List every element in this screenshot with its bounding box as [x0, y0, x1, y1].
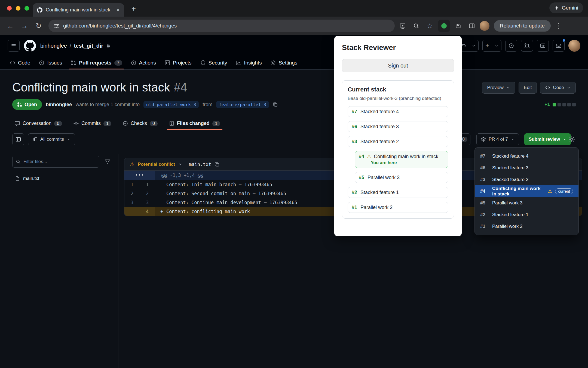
stack-item-2[interactable]: #2 Stacked feature 1 [348, 187, 448, 198]
repo-tab-projects[interactable]: Projects [160, 56, 196, 69]
menu-item-2[interactable]: #2 Stacked feature 1 [475, 209, 578, 220]
code-icon [545, 85, 550, 90]
projects-header-button[interactable] [537, 40, 549, 52]
url-text: github.com/binhonglee/test_git_dir/pull/… [63, 23, 177, 29]
back-button[interactable]: ← [4, 20, 16, 32]
browser-menu-kebab-icon[interactable]: ⋮ [553, 20, 564, 32]
stack-reviewer-panel: Stack Reviewer Sign out Current stack Ba… [334, 36, 462, 236]
repo-tab-insights[interactable]: Insights [231, 56, 266, 69]
menu-item-3[interactable]: #3 Stacked feature 2 [475, 174, 578, 185]
tab-checks[interactable]: Checks 0 [118, 117, 162, 130]
you-are-here-label: You are here [371, 160, 444, 165]
breadcrumb-owner-link[interactable]: binhonglee [40, 43, 67, 49]
forward-button[interactable]: → [19, 20, 30, 32]
pr-header-actions: Preview Edit Code [482, 82, 576, 94]
install-app-icon[interactable] [397, 20, 408, 32]
close-window-button[interactable] [7, 6, 12, 11]
menu-item-4-current[interactable]: #4 Conflicting main work in stack ⚠ curr… [475, 185, 578, 197]
tab-close-icon[interactable]: × [116, 7, 120, 13]
stack-item-7[interactable]: #7 Stacked feature 4 [348, 106, 448, 117]
breadcrumb-repo-link[interactable]: test_git_dir [74, 43, 103, 49]
shield-icon [200, 60, 206, 66]
github-user-avatar[interactable] [568, 40, 580, 52]
copy-branch-icon[interactable] [273, 102, 278, 107]
new-tab-button[interactable]: + [128, 4, 139, 14]
repo-tab-pull-requests[interactable]: Pull requests 7 [66, 56, 126, 69]
extensions-puzzle-icon[interactable] [452, 20, 464, 32]
repo-tab-issues[interactable]: Issues [35, 56, 66, 69]
menu-item-6[interactable]: #6 Stacked feature 3 [475, 162, 578, 174]
gemini-badge[interactable]: Gemini [549, 2, 583, 13]
notifications-inbox-button[interactable] [553, 40, 565, 52]
expand-hunk-button[interactable]: ••• [124, 171, 155, 180]
create-new-button[interactable]: + [482, 40, 501, 52]
side-panel-icon[interactable] [466, 20, 477, 32]
relaunch-to-update-button[interactable]: Relaunch to update [494, 20, 551, 32]
copy-filename-icon[interactable] [215, 162, 219, 167]
collapse-sidebar-button[interactable] [12, 133, 24, 145]
menu-item-label: Conflicting main work in stack [492, 186, 544, 197]
repo-tab-settings[interactable]: Settings [266, 56, 302, 69]
global-nav-menu-button[interactable] [8, 40, 20, 52]
chevron-down-icon[interactable] [178, 162, 182, 166]
diff-settings-gear-button[interactable] [566, 133, 578, 145]
tab-strip: Conflicting main work in stack × + Gemin… [0, 0, 588, 17]
site-info-icon[interactable] [54, 23, 59, 29]
conflict-label[interactable]: Potential conflict [138, 162, 175, 167]
github-header: binhonglee / test_git_dir + [0, 35, 588, 70]
file-tree-item-main-txt[interactable]: main.txt [12, 176, 112, 181]
menu-item-5[interactable]: #5 Parallel work 3 [475, 197, 578, 209]
maximize-window-button[interactable] [24, 6, 29, 11]
repo-tab-actions[interactable]: Actions [127, 56, 160, 69]
pr-stack-nav-dropdown[interactable]: PR 4 of 7 [476, 133, 519, 145]
preview-button[interactable]: Preview [482, 82, 515, 94]
repo-tab-label: Actions [139, 60, 156, 66]
stack-item-number: #3 [352, 139, 357, 145]
sign-out-button[interactable]: Sign out [342, 59, 454, 72]
stack-item-4-current[interactable]: #4 ⚠ Conflicting main work in stack You … [355, 151, 448, 168]
tab-conversation[interactable]: Conversation 0 [10, 117, 66, 130]
menu-item-number: #7 [480, 154, 489, 159]
stack-item-6[interactable]: #6 Stacked feature 3 [348, 121, 448, 132]
line-text: Content: Init main branch — 1763993465 [166, 182, 272, 187]
base-branch-label[interactable]: old-parallel-work-3 [143, 101, 199, 108]
submit-review-label: Submit review [529, 137, 560, 142]
url-bar[interactable]: github.com/binhonglee/test_git_dir/pull/… [48, 20, 395, 32]
file-filter-input[interactable] [23, 159, 96, 164]
github-logo-icon[interactable] [24, 40, 36, 52]
code-label: Code [553, 85, 564, 90]
repo-tab-security[interactable]: Security [196, 56, 232, 69]
menu-item-number: #6 [480, 165, 489, 171]
comment-icon [15, 121, 20, 126]
stack-item-1[interactable]: #1 Parallel work 2 [348, 202, 448, 213]
pr-author-link[interactable]: binhonglee [46, 102, 72, 108]
submit-review-button[interactable]: Submit review [524, 133, 571, 145]
project-icon [165, 60, 170, 66]
reload-button[interactable]: ↻ [33, 20, 45, 32]
pull-requests-header-button[interactable] [521, 40, 533, 52]
code-button[interactable]: Code [540, 82, 576, 94]
repo-tab-label: Projects [173, 60, 192, 66]
search-icon[interactable] [411, 20, 422, 32]
issues-header-button[interactable] [505, 40, 517, 52]
minimize-window-button[interactable] [16, 6, 20, 11]
menu-item-7[interactable]: #7 Stacked feature 4 [475, 150, 578, 162]
tab-commits[interactable]: Commits 1 [69, 117, 116, 130]
stack-item-3[interactable]: #3 Stacked feature 2 [348, 136, 448, 147]
file-filter-field[interactable] [12, 156, 99, 168]
bookmark-star-icon[interactable]: ☆ [424, 20, 436, 32]
repo-tab-label: Settings [279, 60, 298, 66]
all-commits-dropdown[interactable]: All commits [28, 133, 75, 145]
tab-files-changed[interactable]: Files changed 1 [165, 117, 225, 130]
menu-item-1[interactable]: #1 Parallel work 2 [475, 220, 578, 232]
stack-item-5[interactable]: #5 Parallel work 3 [355, 172, 448, 183]
git-pull-request-icon [17, 102, 22, 107]
head-branch-label[interactable]: feature/parallel-3 [216, 101, 269, 108]
active-extension-icon[interactable] [438, 20, 450, 32]
file-filter-funnel-button[interactable] [103, 157, 112, 167]
browser-tab[interactable]: Conflicting main work in stack × [33, 3, 124, 17]
tab-favicon-github-icon [37, 7, 42, 13]
browser-profile-avatar[interactable] [480, 21, 489, 31]
repo-tab-code[interactable]: Code [5, 56, 35, 69]
edit-button[interactable]: Edit [519, 82, 537, 94]
